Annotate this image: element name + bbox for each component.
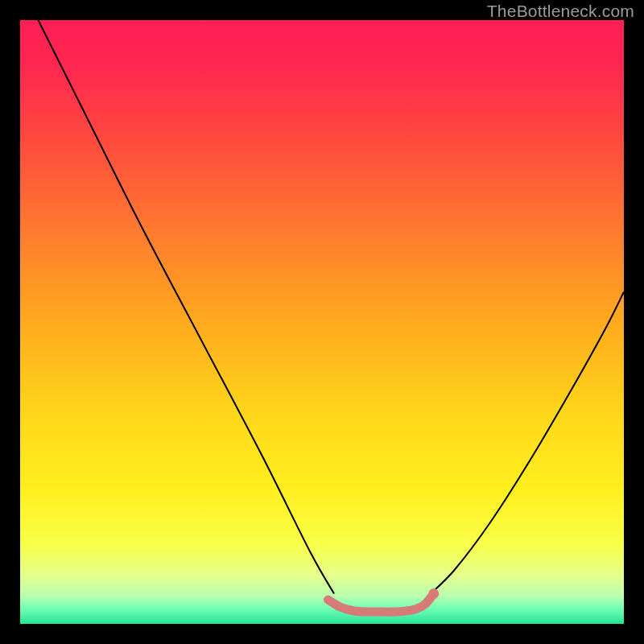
plot-area — [20, 20, 624, 624]
watermark-text: TheBottleneck.com — [487, 2, 634, 21]
series-left-branch — [39, 20, 335, 594]
curve-layer — [20, 20, 624, 624]
series-valley-highlight — [328, 594, 434, 613]
chart-frame: TheBottleneck.com — [0, 0, 644, 644]
marker-valley-end-dot — [428, 588, 439, 599]
series-right-branch — [431, 292, 624, 594]
